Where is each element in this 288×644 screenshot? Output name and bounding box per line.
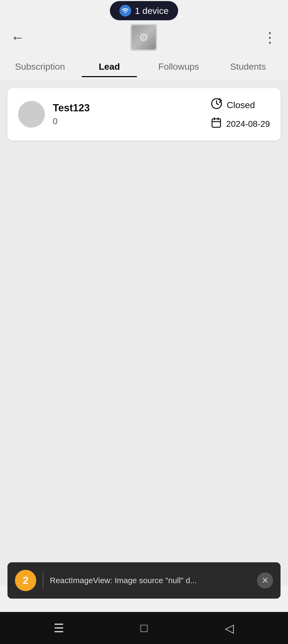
status-bar: 1 device [0, 0, 288, 21]
lead-right-section: Closed 2024-08-29 [211, 98, 270, 131]
lead-left-section: Test123 0 [18, 101, 90, 128]
header: ← ⋮ [0, 21, 288, 53]
tab-followups[interactable]: Followups [144, 56, 213, 77]
back-nav-button[interactable]: ◁ [219, 617, 240, 639]
lead-info: Test123 0 [53, 102, 90, 126]
lead-status: Closed [227, 100, 255, 110]
status-icon [211, 98, 222, 112]
device-count-label: 1 device [135, 6, 169, 16]
logo-image [132, 25, 156, 49]
back-button[interactable]: ← [11, 30, 25, 44]
menu-icon: ☰ [54, 621, 64, 635]
app-logo [130, 24, 157, 51]
notification-message: ReactImageView: Image source "null" d... [50, 576, 251, 585]
notification-badge: 2 [15, 570, 36, 591]
bottom-navigation: ☰ □ ◁ [0, 612, 288, 644]
tab-lead[interactable]: Lead [75, 56, 144, 77]
home-icon: □ [141, 621, 148, 635]
device-pill: 1 device [110, 1, 178, 20]
lead-id: 0 [53, 116, 90, 126]
lead-date: 2024-08-29 [226, 119, 270, 129]
calendar-icon [211, 117, 222, 131]
notification-close-button[interactable]: ✕ [257, 572, 273, 588]
tab-students[interactable]: Students [213, 56, 283, 77]
lead-name: Test123 [53, 102, 90, 114]
date-row: 2024-08-29 [211, 117, 270, 131]
wifi-icon [119, 5, 131, 17]
menu-button[interactable]: ☰ [48, 617, 69, 639]
notification-divider [43, 572, 43, 588]
avatar [18, 101, 45, 128]
svg-rect-1 [212, 119, 221, 127]
notification-bar: 2 ReactImageView: Image source "null" d.… [7, 562, 281, 599]
home-button[interactable]: □ [133, 617, 155, 639]
main-content: Test123 0 Closed [0, 80, 288, 585]
lead-card: Test123 0 Closed [7, 88, 281, 140]
tab-subscription[interactable]: Subscription [5, 56, 75, 77]
more-options-button[interactable]: ⋮ [263, 29, 277, 45]
status-row: Closed [211, 98, 255, 112]
tab-navigation: Subscription Lead Followups Students [0, 53, 288, 80]
back-nav-icon: ◁ [225, 621, 234, 635]
